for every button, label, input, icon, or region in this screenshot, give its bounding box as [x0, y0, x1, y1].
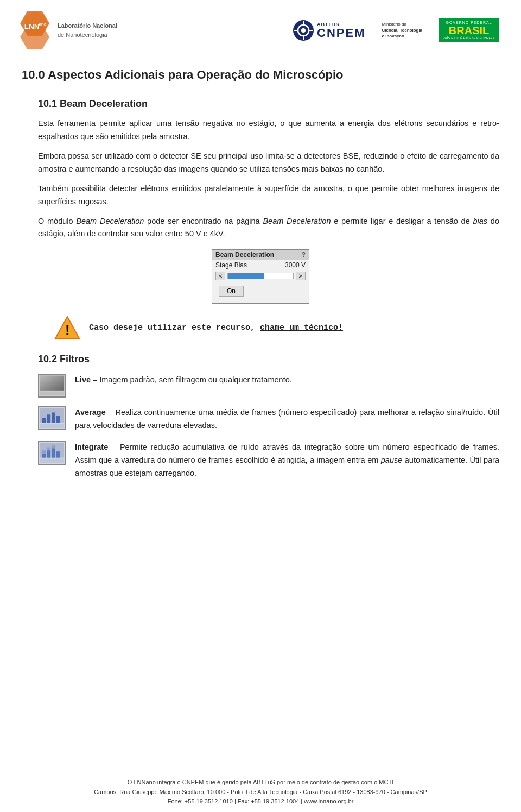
page-header: LNN ano Laboratório Nacional de Nanotecn…	[0, 0, 521, 57]
main-content: 10.0 Aspectos Adicionais para Operação d…	[0, 57, 521, 772]
filter-average-text: Average – Realiza continuamente uma médi…	[75, 406, 499, 432]
widget-right-btn[interactable]: >	[296, 272, 306, 280]
brasil-slogan-text: PAÍS RICO É PAÍS SEM POBREZA	[443, 36, 495, 40]
warning-box: ! Caso deseje utilizar este recurso, cha…	[54, 314, 499, 341]
svg-rect-17	[40, 392, 64, 396]
widget-title-text: Beam Deceleration	[215, 251, 274, 259]
average-icon-svg	[39, 407, 65, 430]
warning-text: Caso deseje utilizar este recurso, chame…	[89, 323, 343, 332]
svg-rect-24	[40, 424, 64, 429]
chapter-title: 10.0 Aspectos Adicionais para Operação d…	[22, 68, 499, 82]
filter-average-item: Average – Realiza continuamente uma médi…	[38, 406, 499, 432]
widget-left-btn[interactable]: <	[215, 272, 225, 280]
filter-integrate-icon	[38, 441, 66, 465]
section-10-2: 10.2 Filtros	[22, 354, 499, 480]
footer-line1: O LNNano integra o CNPEM que é gerido pe…	[22, 778, 499, 788]
svg-text:ano: ano	[39, 22, 47, 27]
ministerio-logo: Ministério da Ciência, Tecnologia e Inov…	[382, 21, 423, 40]
svg-rect-22	[52, 413, 55, 423]
widget-on-btn-row: On	[212, 281, 309, 303]
widget-on-button[interactable]: On	[219, 286, 244, 297]
live-icon-svg	[39, 374, 65, 397]
widget-slider-row: < >	[212, 270, 309, 281]
filter-live-icon	[38, 374, 66, 398]
svg-rect-16	[40, 376, 64, 391]
brasil-name-text: BRASIL	[443, 24, 495, 36]
section-10-1-para2: Embora possa ser utilizado com o detecto…	[38, 150, 499, 176]
lnnano-subtitle: de Nanotecnologia	[58, 30, 117, 40]
cnpem-text-block: ABTLuS CNPEM	[317, 22, 365, 39]
lnnano-name: Laboratório Nacional	[58, 21, 117, 30]
svg-rect-23	[56, 416, 60, 423]
filter-integrate-text: Integrate – Permite redução acumulativa …	[75, 441, 499, 480]
filter-live-item: Live – Imagem padrão, sem filtragem ou q…	[38, 374, 499, 398]
lnnano-text: Laboratório Nacional de Nanotecnologia	[58, 21, 117, 39]
beam-decel-widget: Beam Deceleration ? Stage Bias 3000 V < …	[22, 249, 499, 304]
integrate-icon-svg	[39, 442, 65, 464]
svg-rect-28	[42, 450, 46, 454]
warning-triangle-icon: !	[54, 314, 80, 341]
svg-text:!: !	[65, 322, 70, 338]
footer-line2: Campus: Rua Giuseppe Máximo Scolfaro, 10…	[22, 788, 499, 797]
lnnano-hex-icon: LNN ano	[16, 10, 54, 51]
svg-rect-33	[56, 451, 60, 458]
svg-point-7	[301, 28, 306, 33]
section-10-1-heading: 10.1 Beam Deceleration	[38, 98, 499, 110]
brasil-logo: GOVERNO FEDERAL BRASIL PAÍS RICO É PAÍS …	[439, 18, 499, 42]
svg-rect-20	[42, 418, 46, 423]
svg-rect-34	[40, 459, 64, 463]
filter-average-icon	[38, 406, 66, 430]
cnpem-circle-icon	[293, 20, 314, 41]
section-10-1-para1: Esta ferramenta permite aplicar uma tens…	[38, 117, 499, 143]
cnpem-logo: ABTLuS CNPEM	[293, 20, 365, 41]
svg-rect-29	[47, 450, 50, 457]
ministerio-line1: Ministério da	[382, 21, 406, 27]
lnnano-logo: LNN ano Laboratório Nacional de Nanotecn…	[16, 10, 117, 51]
ministerio-line3: e Inovação	[382, 33, 404, 39]
widget-stagbias-row: Stage Bias 3000 V	[212, 260, 309, 270]
brasil-gov-text: GOVERNO FEDERAL	[443, 21, 495, 24]
cnpem-nametext: CNPEM	[317, 27, 365, 39]
widget-stagebias-label: Stage Bias	[215, 261, 281, 269]
section-10-1-para3: Também possibilita detectar elétrons emi…	[38, 182, 499, 209]
section-10-1: 10.1 Beam Deceleration Esta ferramenta p…	[22, 98, 499, 341]
svg-rect-27	[42, 454, 46, 458]
right-logos: ABTLuS CNPEM Ministério da Ciência, Tecn…	[293, 18, 499, 42]
page-footer: O LNNano integra o CNPEM que é gerido pe…	[0, 772, 521, 812]
widget-box: Beam Deceleration ? Stage Bias 3000 V < …	[212, 249, 309, 304]
filter-live-text: Live – Imagem padrão, sem filtragem ou q…	[75, 374, 499, 387]
widget-value-text: 3000 V	[284, 261, 306, 269]
svg-rect-21	[47, 415, 50, 423]
svg-rect-30	[47, 448, 50, 451]
widget-slider-fill	[228, 273, 264, 279]
widget-titlebar: Beam Deceleration ?	[212, 250, 309, 260]
svg-text:LNN: LNN	[24, 22, 40, 30]
footer-line3: Fone: +55.19.3512.1010 | Fax: +55.19.351…	[22, 797, 499, 807]
svg-rect-31	[52, 449, 55, 458]
widget-help-icon: ?	[302, 251, 306, 259]
widget-slider	[227, 273, 293, 279]
section-10-2-heading: 10.2 Filtros	[38, 354, 499, 365]
section-10-1-para4: O módulo Beam Deceleration pode ser enco…	[38, 215, 499, 241]
filter-integrate-item: Integrate – Permite redução acumulativa …	[38, 441, 499, 480]
ministerio-line2: Ciência, Tecnologia	[382, 27, 423, 33]
svg-rect-32	[52, 445, 55, 449]
